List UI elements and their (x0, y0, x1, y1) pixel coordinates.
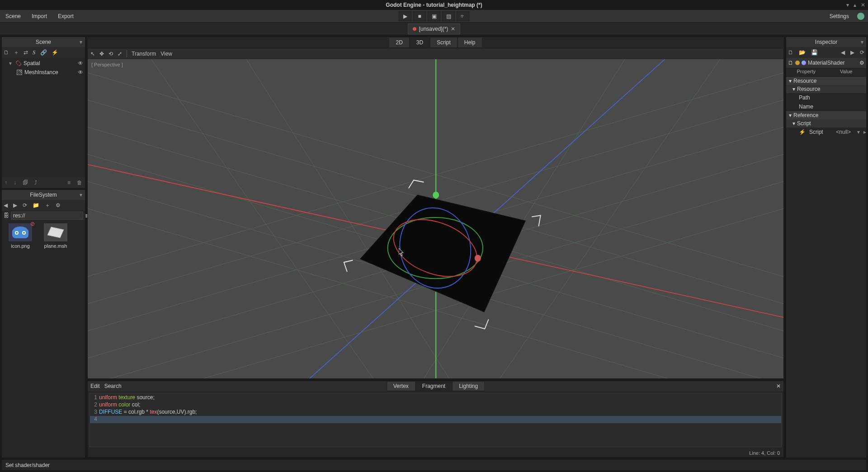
open-resource-icon[interactable]: 📂 (799, 49, 806, 56)
nav-back-icon[interactable]: ◀ (4, 202, 8, 208)
visibility-icon[interactable]: 👁 (78, 60, 83, 66)
new-node-icon[interactable]: 🗋 (4, 49, 9, 56)
new-resource-icon[interactable]: 🗋 (788, 49, 793, 56)
folder-icon[interactable]: 📁 (33, 202, 39, 208)
prop-script[interactable]: ⚡ Script <null> ▾ ▸ (786, 127, 866, 137)
add-node-icon[interactable]: ＋ (14, 49, 19, 57)
menu-scene[interactable]: Scene (0, 11, 26, 21)
collapse-icon: ▾ (793, 120, 795, 127)
stop-button[interactable]: ■ (413, 11, 426, 21)
delete-icon[interactable]: 🗑 (77, 179, 82, 186)
path-input[interactable] (11, 212, 83, 220)
shader-search-menu[interactable]: Search (104, 383, 122, 389)
script-value[interactable]: <null> (836, 129, 854, 135)
shader-edit-menu[interactable]: Edit (90, 383, 100, 389)
settings-button[interactable]: Settings (825, 11, 854, 21)
tab-2d[interactable]: 2D (389, 37, 409, 48)
3d-viewport[interactable]: [ Perspective ] (88, 59, 783, 378)
section-script[interactable]: ▾Script (786, 119, 866, 127)
tab-3d[interactable]: 3D (410, 37, 430, 48)
play-custom-button[interactable]: ▤ (442, 11, 455, 21)
collapse-icon[interactable]: ▾ (9, 60, 14, 66)
node-label: MeshInstance (24, 69, 58, 76)
chevron-down-icon[interactable]: ▾ (80, 39, 82, 45)
shader-tab-fragment[interactable]: Fragment (415, 381, 452, 391)
instance-icon[interactable]: ⇄ (24, 49, 28, 56)
play-scene-button[interactable]: ▣ (428, 11, 440, 21)
collapse-icon: ▾ (793, 86, 795, 92)
menu-export[interactable]: Export (52, 11, 79, 21)
settings-icon[interactable] (857, 13, 864, 20)
code-editor[interactable]: 1uniform texture source; 2uniform color … (90, 393, 782, 447)
tab-script[interactable]: Script (430, 37, 458, 48)
unsaved-dot-icon (413, 27, 416, 31)
close-panel-icon[interactable]: ✕ (776, 383, 781, 389)
prop-name[interactable]: Name (786, 102, 866, 111)
add-file-icon[interactable]: ＋ (45, 202, 50, 209)
move-down-icon[interactable]: ↓ (14, 179, 16, 186)
history-back-icon[interactable]: ◀ (841, 49, 845, 56)
inspector-object-row[interactable]: 🗋 MaterialShader ⚙ (786, 58, 866, 68)
duplicate-icon[interactable]: 🗐 (23, 179, 28, 186)
play-button[interactable]: ▶ (399, 11, 411, 21)
settings-gear-icon[interactable]: ⚙ (56, 202, 61, 208)
chevron-down-icon[interactable]: ▾ (80, 192, 82, 198)
select-tool-icon[interactable]: ↖ (90, 51, 95, 57)
chevron-right-icon[interactable]: ▸ (863, 129, 866, 135)
chevron-down-icon[interactable]: ▾ (861, 39, 863, 45)
visibility-icon[interactable]: 👁 (78, 69, 83, 76)
view-menu[interactable]: View (160, 51, 172, 57)
close-window-icon[interactable]: ✕ (861, 2, 865, 8)
file-item-icon-png[interactable]: ⊘ icon.png (5, 223, 36, 249)
filesystem-grid[interactable]: ⊘ icon.png plane.msh (2, 221, 85, 458)
section-resource[interactable]: ▾Resource (786, 77, 866, 85)
prop-path[interactable]: Path (786, 93, 866, 102)
inspector-toolbar: 🗋 📂 💾 ◀ ▶ ⟳ (786, 47, 866, 58)
inspector-tree[interactable]: ▾Resource ▾Resource Path Name ▾Reference… (786, 76, 866, 458)
scale-tool-icon[interactable]: ⤢ (118, 51, 122, 57)
shader-tab-vertex[interactable]: Vertex (387, 381, 415, 391)
rotate-tool-icon[interactable]: ⟲ (108, 51, 113, 57)
perspective-label[interactable]: [ Perspective ] (91, 62, 123, 67)
scene-tab-unsaved[interactable]: [unsaved](*) ✕ (408, 24, 461, 34)
tab-help[interactable]: Help (458, 37, 482, 48)
section-resource-sub[interactable]: ▾Resource (786, 85, 866, 93)
mesh-icon (16, 69, 23, 76)
signal-icon[interactable]: ⚡ (52, 49, 58, 56)
menu-import[interactable]: Import (26, 11, 52, 21)
object-options-icon[interactable]: ⚙ (859, 60, 864, 66)
script-icon[interactable]: 𝑺 (33, 49, 36, 56)
minimize-icon[interactable]: ▾ (846, 2, 849, 8)
shader-tab-lighting[interactable]: Lighting (452, 381, 485, 391)
history-icon[interactable]: ⟳ (860, 49, 864, 56)
scene-panel-header[interactable]: Scene ▾ (2, 37, 85, 47)
file-thumb: ⊘ (9, 223, 32, 241)
chevron-down-icon[interactable]: ▾ (857, 129, 860, 135)
center-area: 2D 3D Script Help ↖ ✥ ⟲ ⤢ Transform View… (87, 37, 784, 458)
scene-tree[interactable]: ▾ Spatial 👁 MeshInstance 👁 (2, 58, 85, 177)
debug-button[interactable]: ᯤ (457, 11, 469, 21)
tree-node-spatial[interactable]: ▾ Spatial 👁 (4, 59, 83, 68)
save-resource-icon[interactable]: 💾 (811, 49, 818, 56)
inspector-object-name: MaterialShader (808, 60, 844, 66)
move-tool-icon[interactable]: ✥ (99, 51, 104, 57)
reparent-icon[interactable]: ⤴ (34, 179, 37, 186)
transform-menu[interactable]: Transform (132, 51, 156, 57)
svg-point-2 (16, 232, 18, 234)
link-icon[interactable]: 🔗 (40, 49, 47, 56)
close-tab-icon[interactable]: ✕ (451, 26, 455, 32)
nav-fwd-icon[interactable]: ▶ (13, 202, 17, 208)
inspector-header[interactable]: Inspector ▾ (786, 37, 866, 47)
tree-toggle-icon[interactable]: 🗄 (4, 212, 9, 219)
tree-node-meshinstance[interactable]: MeshInstance 👁 (4, 68, 83, 77)
file-item-plane-msh[interactable]: plane.msh (40, 223, 71, 249)
history-fwd-icon[interactable]: ▶ (850, 49, 854, 56)
filesystem-header[interactable]: FileSystem ▾ (2, 190, 85, 200)
filesystem-title: FileSystem (30, 192, 57, 198)
refresh-icon[interactable]: ⟳ (23, 202, 27, 208)
maximize-icon[interactable]: ▴ (854, 2, 856, 8)
multi-edit-icon[interactable]: ≡ (67, 179, 71, 186)
move-up-icon[interactable]: ↑ (5, 179, 7, 186)
shader-ball-icon (802, 61, 806, 65)
section-reference[interactable]: ▾Reference (786, 111, 866, 119)
